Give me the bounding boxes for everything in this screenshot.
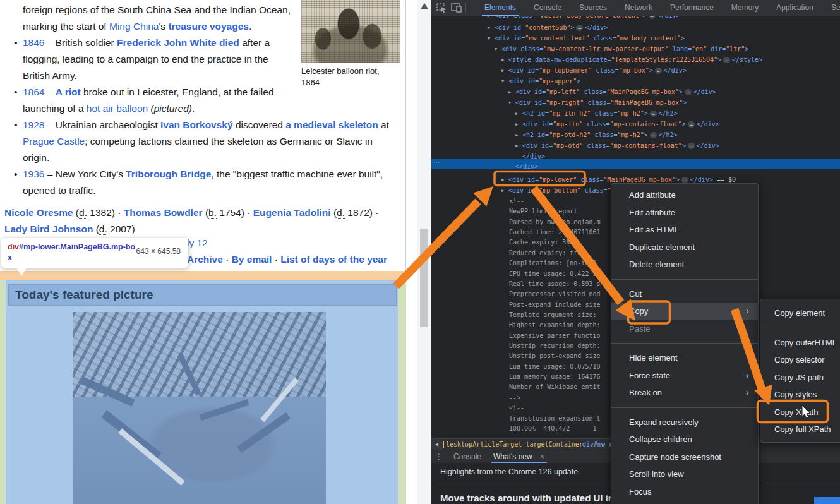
expand-arrow-icon[interactable]: ▶ — [488, 16, 495, 21]
elements-tree-row[interactable]: Lua time usage: 0.075/10 — [509, 362, 601, 372]
wiki-link[interactable]: hot air balloon — [87, 103, 148, 114]
elements-tree-row[interactable]: ▶<div id="mp-otd" class="mp-contains-flo… — [515, 141, 719, 151]
wiki-link[interactable]: Prague Castle — [23, 136, 85, 147]
expand-arrow-icon[interactable]: ▶ — [515, 130, 522, 140]
menu-item-duplicate-element[interactable]: Duplicate element — [611, 239, 758, 256]
ellipsis-expand-icon[interactable]: … — [655, 68, 662, 74]
menu-item-add-attribute[interactable]: Add attribute — [611, 186, 758, 204]
browser-scrollbar-thumb[interactable] — [420, 229, 428, 327]
elements-tree-row[interactable]: Cache expiry: 3600 — [509, 237, 577, 248]
wiki-link[interactable]: By email — [232, 254, 272, 265]
elements-tree-row[interactable]: CPU time usage: 0.422 s — [509, 269, 596, 279]
elements-tree-row[interactable]: Template argument size: — [509, 310, 596, 320]
expand-arrow-icon[interactable]: ▶ — [501, 175, 508, 185]
wiki-link[interactable]: ly 12 — [187, 237, 208, 248]
tab-memory[interactable]: Memory — [723, 0, 767, 16]
expand-arrow-icon[interactable]: ▼ — [488, 33, 495, 44]
menu-item-capture-node-screenshot[interactable]: Capture node screenshot — [611, 448, 758, 466]
ellipsis-expand-icon[interactable]: … — [685, 89, 692, 95]
wiki-link[interactable]: A riot — [56, 87, 81, 97]
balloon-riot-engraving-image[interactable] — [301, 0, 400, 63]
ellipsis-expand-icon[interactable]: … — [649, 16, 656, 19]
elements-tree-row[interactable]: ▶<h2 id="mp-itn-h2" class="mp-h2">…</h2> — [515, 109, 678, 119]
ellipsis-expand-icon[interactable]: … — [688, 143, 695, 149]
elements-tree-row[interactable]: </div> — [522, 152, 545, 162]
ellipsis-expand-icon[interactable]: … — [576, 25, 583, 31]
expand-arrow-icon[interactable]: ▶ — [501, 55, 508, 65]
elements-tree-row[interactable]: 100.00% 440.472 1 — [509, 424, 601, 434]
menu-item-expand-recursively[interactable]: Expand recursively — [611, 414, 758, 431]
wiki-link[interactable]: Ivan Borkovský — [160, 119, 233, 130]
menu-item-copy-xpath[interactable]: Copy XPath — [760, 404, 840, 421]
ellipsis-expand-icon[interactable]: … — [650, 111, 657, 117]
elements-tree-row[interactable]: ▼<div id="mp-upper"> — [501, 76, 580, 87]
menu-item-hide-element[interactable]: Hide element — [611, 349, 758, 367]
expand-arrow-icon[interactable]: ▼ — [501, 76, 508, 87]
tab-application[interactable]: Application — [767, 0, 822, 16]
inspect-element-icon[interactable] — [436, 3, 447, 13]
elements-tree-row[interactable]: ▶<div id="mp-bottom" class="m — [501, 186, 615, 196]
expand-arrow-icon[interactable]: ▼ — [495, 44, 501, 54]
menu-item-copy-selector[interactable]: Copy selector — [760, 351, 840, 369]
wiki-link[interactable]: Nicole Oresme — [4, 207, 73, 218]
elements-tree-row[interactable]: ▼<div id="mw-content-text" class="mw-bod… — [488, 33, 685, 44]
elements-tree-row[interactable]: ▶<h2 id="mp-otd-h2" class="mp-h2">…</h2> — [515, 130, 678, 140]
menu-item-force-state[interactable]: Force state› — [611, 367, 758, 385]
elements-tree-row[interactable]: Highest expansion depth: — [509, 320, 601, 330]
wiki-link[interactable]: Lady Bird Johnson — [4, 224, 93, 234]
wiki-link[interactable]: Ming China — [109, 21, 159, 32]
wiki-link[interactable]: 1846 — [23, 37, 44, 48]
featured-picture-image[interactable] — [73, 312, 326, 504]
expand-arrow-icon[interactable]: ▶ — [501, 186, 508, 196]
menu-item-focus[interactable]: Focus — [611, 483, 758, 501]
elements-tree-row[interactable]: Lua memory usage: 164176 — [509, 372, 601, 382]
menu-item-cut[interactable]: Cut — [611, 285, 758, 303]
elements-tree-row[interactable]: Parsed by mw-web.eqiad.m — [509, 217, 601, 227]
wiki-link[interactable]: Frederick John White died — [117, 37, 239, 48]
breadcrumb-item-container[interactable]: lesktopArticleTarget-targetContainer — [446, 441, 583, 448]
menu-item-copy-js-path[interactable]: Copy JS path — [760, 369, 840, 387]
breadcrumb-item-node[interactable]: div#mw-c — [582, 441, 613, 448]
expand-arrow-icon[interactable]: ▶ — [488, 23, 495, 33]
menu-item-edit-attribute[interactable]: Edit attribute — [611, 204, 758, 222]
ellipsis-expand-icon[interactable]: … — [688, 121, 695, 128]
menu-item-copy-full-xpath[interactable]: Copy full XPath — [760, 421, 840, 438]
wiki-link[interactable]: Archive — [187, 254, 223, 265]
tab-security[interactable]: Security — [822, 0, 840, 16]
ellipsis-expand-icon[interactable]: … — [723, 57, 730, 63]
menu-item-collapse-children[interactable]: Collapse children — [611, 431, 758, 448]
tab-sources[interactable]: Sources — [570, 0, 616, 16]
drawer-tab-console[interactable]: Console — [453, 452, 481, 461]
menu-item-delete-element[interactable]: Delete element — [611, 256, 758, 273]
elements-tree-row[interactable]: Transclusion expansion t — [509, 414, 601, 424]
ellipsis-expand-icon[interactable]: … — [681, 177, 688, 183]
tab-performance[interactable]: Performance — [661, 0, 723, 16]
elements-tree-row[interactable]: Post-expand include size — [509, 300, 601, 310]
elements-tree-row[interactable]: ▶<div id="mp-itn" class="mp-contains-flo… — [515, 119, 719, 129]
wiki-link[interactable]: 1936 — [23, 169, 44, 179]
device-toolbar-icon[interactable] — [451, 3, 462, 13]
scrollbar-up-arrow-icon[interactable] — [421, 3, 428, 9]
tab-console[interactable]: Console — [525, 0, 570, 16]
expand-arrow-icon[interactable]: ▼ — [508, 98, 515, 108]
tab-network[interactable]: Network — [616, 0, 661, 16]
menu-item-break-on[interactable]: Break on› — [611, 384, 758, 402]
elements-tree-row[interactable]: Unstrip recursion depth: — [509, 341, 601, 351]
wiki-link[interactable]: Triborough Bridge — [126, 169, 211, 179]
expand-arrow-icon[interactable]: ▶ — [501, 66, 508, 76]
elements-tree-row[interactable]: ▶<style data-mw-deduplicate="TemplateSty… — [501, 55, 762, 65]
menu-item-copy-element[interactable]: Copy element — [760, 304, 840, 322]
elements-tree-row[interactable]: Real time usage: 0.593 s — [509, 279, 601, 289]
tab-elements[interactable]: Elements — [476, 0, 525, 16]
close-icon[interactable]: × — [540, 452, 544, 461]
wiki-link[interactable]: Thomas Bowdler — [124, 207, 203, 218]
expand-arrow-icon[interactable]: ▶ — [508, 87, 515, 97]
elements-tree-row[interactable]: ▶<div id="mp-topbanner" class="mp-box">…… — [501, 66, 687, 76]
menu-item-copy-outerhtml[interactable]: Copy outerHTML — [760, 334, 840, 352]
elements-tree-row[interactable]: <!-- — [509, 196, 524, 207]
wiki-link[interactable]: a medieval skeleton — [285, 119, 378, 130]
elements-tree-row[interactable]: ▶<div class="vector-body-before-content"… — [488, 16, 680, 21]
ellipsis-expand-icon[interactable]: … — [650, 132, 657, 138]
elements-tree-row[interactable]: Number of Wikibase entit — [509, 382, 601, 392]
menu-item-scroll-into-view[interactable]: Scroll into view — [611, 465, 758, 483]
